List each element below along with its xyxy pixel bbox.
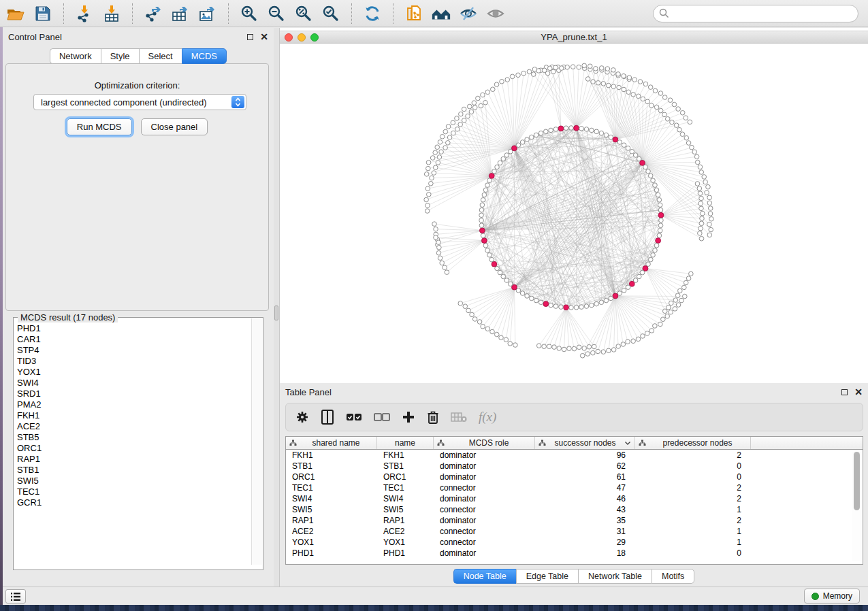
table-cell[interactable]: 18 [535, 548, 635, 558]
leaf-node[interactable] [439, 150, 444, 154]
leaf-node[interactable] [443, 129, 448, 134]
leaf-node[interactable] [703, 180, 708, 184]
search-box[interactable] [653, 5, 858, 22]
leaf-node[interactable] [698, 231, 703, 236]
leaf-node[interactable] [424, 172, 429, 177]
leaf-node[interactable] [700, 216, 705, 221]
leaf-node[interactable] [467, 104, 472, 109]
tab-style[interactable]: Style [101, 48, 139, 64]
leaf-node[interactable] [479, 103, 483, 108]
leaf-node[interactable] [669, 301, 674, 306]
network-node[interactable] [487, 253, 492, 258]
deselect-all-icon[interactable] [374, 412, 390, 422]
tab-edge-table[interactable]: Edge Table [516, 569, 578, 584]
table-cell[interactable]: connector [434, 538, 535, 547]
network-node[interactable] [479, 213, 484, 218]
zoom-fit-icon[interactable] [293, 3, 314, 24]
table-cell[interactable]: 46 [535, 494, 635, 503]
leaf-node[interactable] [684, 135, 689, 140]
leaf-node[interactable] [709, 227, 713, 232]
leaf-node[interactable] [611, 84, 616, 89]
mcds-result-item[interactable]: YOX1 [17, 367, 250, 378]
network-node[interactable] [643, 165, 648, 169]
network-node[interactable] [564, 126, 568, 131]
network-node[interactable] [501, 156, 506, 161]
leaf-node[interactable] [686, 141, 691, 146]
table-row[interactable]: TEC1TEC1connector472 [286, 482, 863, 493]
table-cell[interactable]: 2 [635, 483, 751, 493]
mcds-result-item[interactable]: STP4 [17, 345, 250, 356]
table-cell[interactable]: 0 [635, 548, 751, 558]
leaf-node[interactable] [632, 78, 637, 82]
leaf-node[interactable] [432, 171, 436, 176]
close-panel-button[interactable]: Close panel [141, 118, 208, 135]
leaf-node[interactable] [559, 66, 564, 71]
network-node[interactable] [646, 262, 651, 267]
tab-node-table[interactable]: Node Table [453, 569, 516, 584]
network-node[interactable] [622, 288, 626, 293]
table-cell[interactable]: PHD1 [377, 548, 434, 558]
leaf-node[interactable] [472, 105, 477, 110]
table-row[interactable]: ACE2ACE2connector311 [286, 526, 863, 537]
leaf-node[interactable] [672, 102, 677, 107]
leaf-node[interactable] [451, 131, 456, 135]
network-node[interactable] [479, 223, 484, 228]
network-node[interactable] [590, 128, 594, 133]
leaf-node[interactable] [698, 226, 703, 231]
mcds-result-item[interactable]: TID3 [17, 356, 250, 367]
table-cell[interactable]: ORC1 [286, 472, 377, 482]
leaf-node[interactable] [435, 145, 440, 150]
mcds-node[interactable] [479, 228, 485, 233]
network-node[interactable] [501, 274, 506, 279]
network-node[interactable] [640, 270, 645, 275]
leaf-node[interactable] [570, 65, 575, 69]
leaf-node[interactable] [577, 345, 581, 350]
column-header-successor-nodes[interactable]: successor nodes [535, 437, 635, 449]
table-cell[interactable]: 2 [635, 516, 751, 525]
network-node[interactable] [594, 129, 599, 134]
leaf-node[interactable] [455, 127, 460, 131]
leaf-node[interactable] [565, 65, 570, 69]
leaf-node[interactable] [707, 233, 712, 237]
leaf-node[interactable] [436, 161, 440, 165]
network-node[interactable] [626, 146, 630, 151]
column-header-shared-name[interactable]: shared name [286, 437, 377, 449]
leaf-node[interactable] [430, 156, 435, 161]
vertical-splitter[interactable] [274, 28, 279, 587]
leaf-node[interactable] [688, 120, 692, 125]
network-node[interactable] [658, 208, 663, 212]
table-cell[interactable]: 1 [635, 538, 751, 547]
optimization-select[interactable]: largest connected component (undirected) [33, 94, 246, 110]
leaf-node[interactable] [494, 332, 499, 337]
tab-network[interactable]: Network [50, 48, 101, 64]
leaf-node[interactable] [699, 170, 704, 175]
save-session-icon[interactable] [33, 3, 53, 24]
table-cell[interactable]: connector [434, 505, 535, 514]
leaf-node[interactable] [699, 221, 704, 226]
leaf-node[interactable] [638, 80, 643, 84]
leaf-node[interactable] [686, 276, 691, 281]
leaf-node[interactable] [567, 346, 572, 351]
network-node[interactable] [658, 203, 662, 208]
leaf-node[interactable] [459, 112, 464, 116]
leaf-node[interactable] [692, 150, 697, 154]
leaf-node[interactable] [666, 306, 671, 310]
leaf-node[interactable] [516, 73, 521, 78]
leaf-node[interactable] [483, 100, 488, 105]
leaf-node[interactable] [425, 203, 430, 208]
leaf-node[interactable] [500, 80, 504, 84]
network-node[interactable] [508, 282, 513, 286]
table-cell[interactable]: FKH1 [377, 450, 434, 460]
leaf-node[interactable] [485, 90, 490, 95]
leaf-node[interactable] [695, 182, 700, 186]
network-node[interactable] [479, 218, 484, 222]
network-node[interactable] [651, 178, 656, 183]
leaf-node[interactable] [702, 175, 707, 180]
leaf-node[interactable] [446, 125, 451, 129]
leaf-node[interactable] [607, 348, 611, 353]
mcds-node[interactable] [564, 305, 569, 310]
table-cell[interactable]: SWI4 [377, 494, 434, 503]
leaf-node[interactable] [577, 65, 581, 69]
leaf-node[interactable] [645, 331, 649, 336]
table-cell[interactable]: TEC1 [377, 483, 434, 493]
